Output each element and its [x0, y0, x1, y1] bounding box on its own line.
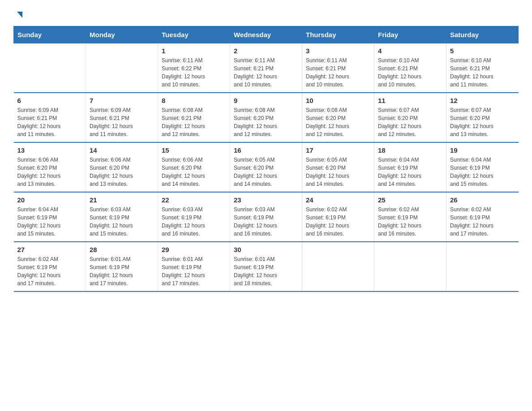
calendar-empty-cell: [446, 242, 519, 291]
calendar-day-30: 30Sunrise: 6:01 AM Sunset: 6:19 PM Dayli…: [230, 242, 302, 291]
logo: [13, 9, 24, 17]
day-info: Sunrise: 6:02 AM Sunset: 6:19 PM Dayligh…: [450, 206, 515, 238]
weekday-header-saturday: Saturday: [446, 26, 519, 43]
day-info: Sunrise: 6:03 AM Sunset: 6:19 PM Dayligh…: [234, 206, 298, 238]
day-number: 3: [306, 47, 370, 55]
day-info: Sunrise: 6:02 AM Sunset: 6:19 PM Dayligh…: [17, 255, 82, 287]
calendar-day-12: 12Sunrise: 6:07 AM Sunset: 6:20 PM Dayli…: [446, 93, 519, 142]
calendar-empty-cell: [374, 242, 446, 291]
logo-content: [13, 9, 24, 17]
day-info: Sunrise: 6:08 AM Sunset: 6:20 PM Dayligh…: [234, 106, 298, 138]
calendar-empty-cell: [86, 43, 158, 93]
weekday-header-row: SundayMondayTuesdayWednesdayThursdayFrid…: [14, 26, 519, 43]
day-info: Sunrise: 6:10 AM Sunset: 6:21 PM Dayligh…: [450, 56, 515, 89]
calendar-day-5: 5Sunrise: 6:10 AM Sunset: 6:21 PM Daylig…: [446, 43, 519, 93]
day-info: Sunrise: 6:02 AM Sunset: 6:19 PM Dayligh…: [378, 206, 442, 238]
day-info: Sunrise: 6:10 AM Sunset: 6:21 PM Dayligh…: [378, 56, 442, 89]
day-info: Sunrise: 6:07 AM Sunset: 6:20 PM Dayligh…: [450, 106, 515, 138]
day-number: 5: [450, 47, 515, 55]
day-number: 13: [17, 146, 82, 154]
day-number: 9: [234, 97, 298, 104]
day-info: Sunrise: 6:04 AM Sunset: 6:19 PM Dayligh…: [450, 156, 515, 188]
weekday-header-thursday: Thursday: [302, 26, 374, 43]
weekday-header-wednesday: Wednesday: [230, 26, 302, 43]
page-header: [13, 9, 519, 17]
logo-triangle-icon: [14, 10, 24, 20]
calendar-day-27: 27Sunrise: 6:02 AM Sunset: 6:19 PM Dayli…: [14, 242, 86, 291]
calendar-day-25: 25Sunrise: 6:02 AM Sunset: 6:19 PM Dayli…: [374, 192, 446, 242]
calendar-day-17: 17Sunrise: 6:05 AM Sunset: 6:20 PM Dayli…: [302, 142, 374, 192]
calendar-day-19: 19Sunrise: 6:04 AM Sunset: 6:19 PM Dayli…: [446, 142, 519, 192]
day-number: 29: [162, 246, 226, 253]
day-info: Sunrise: 6:04 AM Sunset: 6:19 PM Dayligh…: [17, 206, 82, 238]
day-number: 15: [162, 146, 226, 154]
calendar-header: SundayMondayTuesdayWednesdayThursdayFrid…: [14, 26, 519, 43]
calendar-week-row: 6Sunrise: 6:09 AM Sunset: 6:21 PM Daylig…: [14, 93, 519, 142]
svg-marker-0: [17, 12, 22, 18]
calendar-day-26: 26Sunrise: 6:02 AM Sunset: 6:19 PM Dayli…: [446, 192, 519, 242]
calendar-day-9: 9Sunrise: 6:08 AM Sunset: 6:20 PM Daylig…: [230, 93, 302, 142]
day-info: Sunrise: 6:06 AM Sunset: 6:20 PM Dayligh…: [162, 156, 226, 188]
calendar-day-23: 23Sunrise: 6:03 AM Sunset: 6:19 PM Dayli…: [230, 192, 302, 242]
calendar-day-8: 8Sunrise: 6:08 AM Sunset: 6:21 PM Daylig…: [158, 93, 230, 142]
calendar-day-2: 2Sunrise: 6:11 AM Sunset: 6:21 PM Daylig…: [230, 43, 302, 93]
day-info: Sunrise: 6:01 AM Sunset: 6:19 PM Dayligh…: [90, 255, 154, 287]
day-info: Sunrise: 6:08 AM Sunset: 6:21 PM Dayligh…: [162, 106, 226, 138]
day-info: Sunrise: 6:01 AM Sunset: 6:19 PM Dayligh…: [162, 255, 226, 287]
day-number: 17: [306, 146, 370, 154]
day-number: 27: [17, 246, 82, 253]
calendar-week-row: 1Sunrise: 6:11 AM Sunset: 6:22 PM Daylig…: [14, 43, 519, 93]
calendar-day-4: 4Sunrise: 6:10 AM Sunset: 6:21 PM Daylig…: [374, 43, 446, 93]
day-info: Sunrise: 6:11 AM Sunset: 6:22 PM Dayligh…: [162, 56, 226, 89]
calendar-day-22: 22Sunrise: 6:03 AM Sunset: 6:19 PM Dayli…: [158, 192, 230, 242]
day-number: 18: [378, 146, 442, 154]
day-number: 23: [234, 196, 298, 204]
day-number: 8: [162, 97, 226, 104]
day-info: Sunrise: 6:06 AM Sunset: 6:20 PM Dayligh…: [90, 156, 154, 188]
day-number: 6: [17, 97, 82, 104]
calendar-week-row: 27Sunrise: 6:02 AM Sunset: 6:19 PM Dayli…: [14, 242, 519, 291]
day-number: 11: [378, 97, 442, 104]
day-number: 25: [378, 196, 442, 204]
day-number: 19: [450, 146, 515, 154]
calendar-day-3: 3Sunrise: 6:11 AM Sunset: 6:21 PM Daylig…: [302, 43, 374, 93]
calendar-day-18: 18Sunrise: 6:04 AM Sunset: 6:19 PM Dayli…: [374, 142, 446, 192]
calendar-day-1: 1Sunrise: 6:11 AM Sunset: 6:22 PM Daylig…: [158, 43, 230, 93]
day-info: Sunrise: 6:09 AM Sunset: 6:21 PM Dayligh…: [90, 106, 154, 138]
day-info: Sunrise: 6:11 AM Sunset: 6:21 PM Dayligh…: [306, 56, 370, 89]
calendar-day-15: 15Sunrise: 6:06 AM Sunset: 6:20 PM Dayli…: [158, 142, 230, 192]
day-info: Sunrise: 6:02 AM Sunset: 6:19 PM Dayligh…: [306, 206, 370, 238]
weekday-header-tuesday: Tuesday: [158, 26, 230, 43]
day-number: 24: [306, 196, 370, 204]
calendar-day-10: 10Sunrise: 6:08 AM Sunset: 6:20 PM Dayli…: [302, 93, 374, 142]
weekday-header-friday: Friday: [374, 26, 446, 43]
day-info: Sunrise: 6:08 AM Sunset: 6:20 PM Dayligh…: [306, 106, 370, 138]
calendar-day-20: 20Sunrise: 6:04 AM Sunset: 6:19 PM Dayli…: [14, 192, 86, 242]
day-info: Sunrise: 6:01 AM Sunset: 6:19 PM Dayligh…: [234, 255, 298, 287]
day-number: 10: [306, 97, 370, 104]
day-number: 4: [378, 47, 442, 55]
day-number: 12: [450, 97, 515, 104]
calendar-body: 1Sunrise: 6:11 AM Sunset: 6:22 PM Daylig…: [14, 43, 519, 292]
day-number: 7: [90, 97, 154, 104]
calendar-week-row: 20Sunrise: 6:04 AM Sunset: 6:19 PM Dayli…: [14, 192, 519, 242]
calendar-empty-cell: [302, 242, 374, 291]
day-number: 1: [162, 47, 226, 55]
calendar-day-29: 29Sunrise: 6:01 AM Sunset: 6:19 PM Dayli…: [158, 242, 230, 291]
day-info: Sunrise: 6:09 AM Sunset: 6:21 PM Dayligh…: [17, 106, 82, 138]
day-number: 22: [162, 196, 226, 204]
day-info: Sunrise: 6:05 AM Sunset: 6:20 PM Dayligh…: [306, 156, 370, 188]
day-number: 28: [90, 246, 154, 253]
calendar-day-6: 6Sunrise: 6:09 AM Sunset: 6:21 PM Daylig…: [14, 93, 86, 142]
calendar-table: SundayMondayTuesdayWednesdayThursdayFrid…: [13, 26, 519, 292]
calendar-day-13: 13Sunrise: 6:06 AM Sunset: 6:20 PM Dayli…: [14, 142, 86, 192]
weekday-header-sunday: Sunday: [14, 26, 86, 43]
day-number: 2: [234, 47, 298, 55]
day-number: 30: [234, 246, 298, 253]
day-number: 14: [90, 146, 154, 154]
day-info: Sunrise: 6:05 AM Sunset: 6:20 PM Dayligh…: [234, 156, 298, 188]
weekday-header-monday: Monday: [86, 26, 158, 43]
calendar-day-14: 14Sunrise: 6:06 AM Sunset: 6:20 PM Dayli…: [86, 142, 158, 192]
day-number: 26: [450, 196, 515, 204]
day-info: Sunrise: 6:03 AM Sunset: 6:19 PM Dayligh…: [90, 206, 154, 238]
